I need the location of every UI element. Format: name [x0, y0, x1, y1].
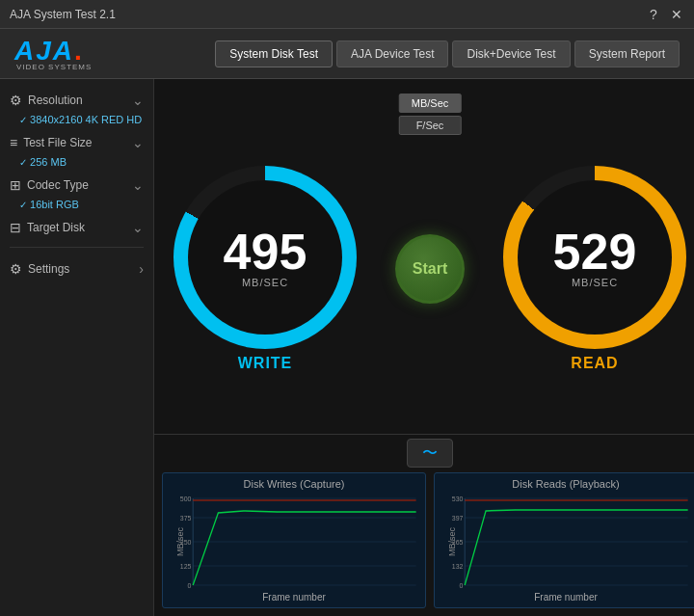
read-gauge-label: READ: [571, 355, 618, 372]
write-gauge-value: 495: [224, 227, 307, 277]
svg-text:397: 397: [452, 514, 464, 523]
write-gauge-wrapper: 495 MB/SEC WRITE: [174, 166, 357, 372]
svg-text:3: 3: [632, 589, 636, 590]
start-button-wrapper: Start: [395, 234, 465, 304]
logo-text: AJA: [14, 36, 74, 66]
sidebar-item-test-file-size[interactable]: ≡ Test File Size ⌄: [0, 129, 153, 156]
read-chart-x-label: Frame number: [440, 592, 692, 603]
svg-text:2: 2: [576, 589, 580, 590]
chart-divider: 〜: [154, 434, 694, 472]
resolution-label: ⚙ Resolution: [10, 93, 83, 108]
read-chart: Disk Reads (Playback) MB/sec 530: [434, 472, 694, 608]
nav-system-report[interactable]: System Report: [574, 40, 680, 67]
resolution-checkmark: ✓: [19, 115, 27, 125]
svg-text:4: 4: [686, 589, 690, 590]
codec-type-icon: ⊞: [10, 177, 21, 193]
write-gauge-unit: MB/SEC: [242, 277, 288, 288]
svg-text:530: 530: [452, 495, 464, 504]
nav-aja-device-test[interactable]: AJA Device Test: [336, 40, 448, 67]
fsec-button[interactable]: F/Sec: [399, 116, 462, 135]
svg-text:132: 132: [452, 562, 464, 572]
main-content: MB/Sec F/Sec 495 MB/SEC WRITE Start: [154, 79, 694, 616]
resolution-icon: ⚙: [10, 93, 22, 108]
read-gauge-inner: 529 MB/SEC: [518, 180, 672, 335]
resolution-value: ✓ 3840x2160 4K RED HD: [0, 114, 153, 129]
settings-label: ⚙ Settings: [10, 261, 69, 277]
start-button[interactable]: Start: [395, 234, 465, 304]
svg-text:125: 125: [180, 562, 192, 572]
sidebar: ⚙ Resolution ⌄ ✓ 3840x2160 4K RED HD ≡ T…: [0, 79, 154, 616]
chart-toggle-button[interactable]: 〜: [407, 439, 453, 468]
nav-disk-device-test[interactable]: Disk+Device Test: [452, 40, 570, 67]
codec-type-checkmark: ✓: [19, 200, 27, 210]
write-chart-y-label: MB/sec: [175, 527, 185, 556]
logo-sub: VIDEO SYSTEMS: [16, 63, 92, 71]
sidebar-item-settings[interactable]: ⚙ Settings ›: [0, 254, 153, 284]
write-gauge: 495 MB/SEC: [174, 166, 357, 349]
chart-toggle-icon: 〜: [422, 443, 438, 464]
read-chart-svg: 530 397 265 132 0 0 1 2 3 4: [440, 494, 692, 590]
nav-system-disk-test[interactable]: System Disk Test: [215, 40, 333, 67]
read-gauge-value: 529: [553, 227, 637, 277]
svg-text:0: 0: [463, 589, 467, 590]
sidebar-divider: [10, 247, 144, 248]
write-chart-area: MB/sec 500 375 250 125: [168, 494, 420, 590]
settings-icon: ⚙: [10, 261, 22, 277]
unit-buttons: MB/Sec F/Sec: [399, 94, 462, 135]
mbsec-button[interactable]: MB/Sec: [399, 94, 462, 113]
resolution-chevron-icon: ⌄: [132, 93, 144, 108]
svg-text:1: 1: [520, 589, 523, 590]
settings-chevron-icon: ›: [139, 261, 144, 277]
title-bar: AJA System Test 2.1 ? ✕: [0, 0, 694, 29]
nav-buttons: System Disk Test AJA Device Test Disk+De…: [215, 40, 680, 67]
window-controls: ? ✕: [646, 7, 684, 22]
window-title: AJA System Test 2.1: [10, 8, 116, 21]
charts-row: Disk Writes (Capture) MB/sec 500: [154, 472, 694, 616]
help-button[interactable]: ?: [646, 7, 661, 22]
svg-text:500: 500: [180, 495, 192, 504]
svg-text:3: 3: [360, 589, 364, 590]
write-chart-svg: 500 375 250 125 0 0 1 2 3 4: [168, 494, 420, 590]
gauges-container: 495 MB/SEC WRITE Start 529 MB/SEC: [174, 166, 686, 372]
svg-text:1: 1: [248, 589, 252, 590]
codec-type-chevron-icon: ⌄: [132, 177, 144, 193]
sidebar-item-codec-type[interactable]: ⊞ Codec Type ⌄: [0, 172, 153, 199]
close-button[interactable]: ✕: [669, 7, 684, 22]
test-file-size-chevron-icon: ⌄: [132, 135, 144, 150]
test-file-size-icon: ≡: [10, 135, 17, 150]
target-disk-label: ⊟ Target Disk: [10, 220, 85, 235]
read-gauge-unit: MB/SEC: [572, 277, 618, 288]
read-chart-y-label: MB/sec: [447, 527, 457, 556]
test-file-size-checkmark: ✓: [19, 157, 27, 168]
svg-text:375: 375: [180, 514, 192, 523]
read-chart-area: MB/sec 530 397 265 132: [440, 494, 692, 590]
target-disk-chevron-icon: ⌄: [132, 220, 144, 235]
codec-type-value: ✓ 16bit RGB: [0, 199, 153, 214]
read-gauge: 529 MB/SEC: [503, 166, 686, 349]
target-disk-icon: ⊟: [10, 220, 21, 235]
main-layout: ⚙ Resolution ⌄ ✓ 3840x2160 4K RED HD ≡ T…: [0, 79, 694, 616]
test-file-size-value: ✓ 256 MB: [0, 156, 153, 172]
codec-type-label: ⊞ Codec Type: [10, 177, 89, 193]
sidebar-item-resolution[interactable]: ⚙ Resolution ⌄: [0, 87, 153, 114]
test-file-size-label: ≡ Test File Size: [10, 135, 93, 150]
svg-text:2: 2: [305, 589, 308, 590]
sidebar-item-target-disk[interactable]: ⊟ Target Disk ⌄: [0, 214, 153, 241]
top-nav: AJA. VIDEO SYSTEMS System Disk Test AJA …: [0, 29, 694, 79]
logo-dot: .: [74, 36, 82, 66]
write-chart: Disk Writes (Capture) MB/sec 500: [162, 472, 426, 608]
read-gauge-wrapper: 529 MB/SEC READ: [503, 166, 686, 372]
svg-text:0: 0: [191, 589, 195, 590]
logo: AJA. VIDEO SYSTEMS: [14, 36, 169, 71]
svg-text:4: 4: [414, 589, 418, 590]
write-chart-x-label: Frame number: [168, 592, 420, 603]
gauge-area: MB/Sec F/Sec 495 MB/SEC WRITE Start: [154, 79, 694, 434]
write-gauge-label: WRITE: [238, 355, 293, 372]
write-chart-title: Disk Writes (Capture): [168, 478, 420, 490]
read-chart-title: Disk Reads (Playback): [440, 478, 692, 490]
write-gauge-inner: 495 MB/SEC: [188, 180, 342, 335]
